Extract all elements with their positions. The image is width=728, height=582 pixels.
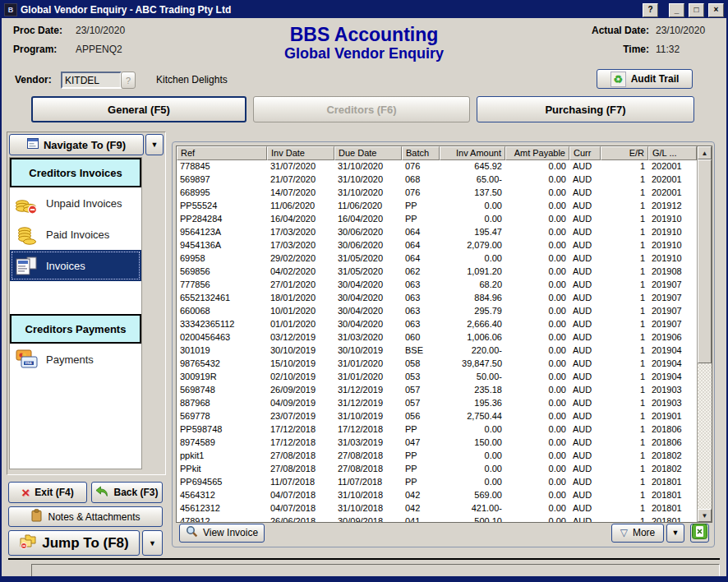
sidebar-item-invoices[interactable]: Invoices — [10, 250, 141, 281]
sidebar-item-payments[interactable]: VISA Payments — [10, 344, 141, 375]
table-row[interactable]: 300919R02/10/201931/01/202005350.00-0.00… — [177, 371, 697, 384]
table-row[interactable]: 3334236511201/01/202030/04/20200632,666.… — [177, 318, 697, 331]
table-row[interactable]: 655213246118/01/202030/04/2020063884.960… — [177, 292, 697, 305]
column-header[interactable]: Amt Payable — [505, 146, 569, 160]
table-row[interactable]: 66899514/07/202031/10/2020076137.500.00A… — [177, 187, 697, 200]
table-cell: AUD — [569, 502, 601, 515]
jump-to-button[interactable]: Jump To (F8) — [8, 530, 140, 556]
table-cell: 0.00 — [505, 187, 569, 200]
table-row[interactable]: 9876543215/10/201931/01/202005839,847.50… — [177, 358, 697, 371]
scrollbar-thumb[interactable] — [698, 159, 712, 363]
navigate-to-button[interactable]: Navigate To (F9) — [9, 134, 144, 155]
navigate-to-dropdown-arrow[interactable]: ▼ — [145, 134, 164, 155]
navigate-to-label: Navigate To (F9) — [44, 139, 126, 151]
table-cell: 660068 — [177, 305, 267, 318]
table-cell: 0.00 — [505, 489, 569, 502]
column-header[interactable]: G/L ... — [648, 146, 697, 160]
table-row[interactable]: 569874826/09/201931/12/2019057235.180.00… — [177, 384, 697, 397]
table-cell: 10/01/2020 — [267, 305, 334, 318]
column-header[interactable]: Inv Date — [267, 146, 334, 160]
table-cell: AUD — [569, 463, 601, 476]
sidebar-item-unpaid-invoices[interactable]: Unpaid Invoices — [10, 187, 141, 219]
table-row[interactable]: 6995829/02/202031/05/20200640.000.00AUD1… — [177, 252, 697, 266]
table-row[interactable]: 56985604/02/202031/05/20200621,091.200.0… — [177, 266, 697, 279]
table-cell: 1 — [601, 476, 648, 489]
table-cell: 1 — [601, 450, 648, 463]
maximize-button[interactable]: □ — [689, 3, 704, 17]
help-button[interactable]: ? — [643, 3, 658, 17]
table-row[interactable]: 56989721/07/202031/10/202006865.00-0.00A… — [177, 173, 697, 187]
export-excel-button[interactable] — [690, 524, 709, 543]
table-row[interactable]: 77884531/07/202031/10/2020076645.920.00A… — [177, 160, 697, 173]
invoice-grid-panel: RefInv DateDue DateBatchInv AmountAmt Pa… — [172, 141, 715, 547]
table-row[interactable]: PPkit27/08/201827/08/2018PP0.000.00AUD12… — [177, 463, 697, 476]
table-cell: 060 — [402, 331, 440, 344]
column-header[interactable]: E/R — [601, 146, 648, 160]
table-row[interactable]: 47891226/06/201830/09/2018041500.100.00A… — [177, 515, 697, 522]
minimize-button[interactable]: _ — [669, 3, 684, 17]
table-cell: 31/10/2019 — [334, 410, 402, 423]
table-row[interactable]: 456431204/07/201831/10/2018042569.000.00… — [177, 489, 697, 502]
table-row[interactable]: 77785627/01/202030/04/202006368.200.00AU… — [177, 279, 697, 292]
table-cell: 1 — [601, 173, 648, 187]
table-cell: AUD — [569, 423, 601, 436]
audit-trail-button[interactable]: ♻ Audit Trail — [597, 69, 693, 89]
table-cell: 0.00 — [440, 450, 505, 463]
table-row[interactable]: PP5552411/06/202011/06/2020PP0.000.00AUD… — [177, 200, 697, 213]
vendor-lookup-button[interactable]: ? — [121, 72, 136, 89]
table-row[interactable]: 4561231204/07/201831/10/2018042421.00-0.… — [177, 502, 697, 515]
vertical-scrollbar[interactable]: ▲ ▼ — [697, 146, 712, 522]
close-button[interactable]: × — [708, 3, 724, 17]
more-dropdown-arrow[interactable]: ▼ — [666, 524, 684, 543]
table-row[interactable]: 9454136A17/03/202030/06/20200642,079.000… — [177, 239, 697, 252]
triangle-down-icon: ▽ — [620, 528, 628, 538]
table-row[interactable]: 020045646303/12/201931/03/20200601,006.0… — [177, 331, 697, 344]
more-button[interactable]: ▽ More — [611, 524, 664, 543]
table-cell: 0.00 — [505, 318, 569, 331]
proc-date-value: 23/10/2020 — [76, 25, 125, 36]
column-header[interactable]: Ref — [177, 146, 267, 160]
scroll-up-button[interactable]: ▲ — [698, 146, 712, 159]
table-cell: 18/01/2020 — [267, 292, 334, 305]
tab-general[interactable]: General (F5) — [31, 96, 247, 122]
table-cell: 14/07/2020 — [267, 187, 334, 200]
notes-attachments-button[interactable]: Notes & Attachments — [8, 506, 163, 527]
table-cell: 0.00 — [505, 173, 569, 187]
column-header[interactable]: Due Date — [334, 146, 402, 160]
column-header[interactable]: Curr — [569, 146, 601, 160]
vendor-code-input[interactable] — [61, 72, 122, 89]
table-row[interactable]: 30101930/10/201930/10/2019BSE220.00-0.00… — [177, 344, 697, 358]
time-label: Time: — [575, 44, 656, 55]
jump-to-dropdown-arrow[interactable]: ▼ — [142, 530, 163, 556]
table-cell: PP — [402, 463, 440, 476]
table-row[interactable]: ppkit127/08/201827/08/2018PP0.000.00AUD1… — [177, 450, 697, 463]
table-row[interactable]: 9564123A17/03/202030/06/2020064195.470.0… — [177, 226, 697, 239]
table-cell: 0200456463 — [177, 331, 267, 344]
table-row[interactable]: PP69456511/07/201811/07/2018PP0.000.00AU… — [177, 476, 697, 489]
table-row[interactable]: PP28428416/04/202016/04/2020PP0.000.00AU… — [177, 213, 697, 226]
table-row[interactable]: PP59874817/12/201817/12/2018PP0.000.00AU… — [177, 423, 697, 436]
column-header[interactable]: Inv Amount — [440, 146, 505, 160]
view-invoice-button[interactable]: View Invoice — [179, 524, 265, 543]
back-button[interactable]: Back (F3) — [91, 482, 163, 503]
exit-button[interactable]: × Exit (F4) — [8, 482, 87, 503]
scrollbar-track[interactable] — [698, 159, 712, 509]
status-message-area — [31, 564, 720, 578]
table-row[interactable]: 66006810/01/202030/04/2020063295.790.00A… — [177, 305, 697, 318]
table-cell: ppkit1 — [177, 450, 267, 463]
table-cell: AUD — [569, 226, 601, 239]
table-cell: 201801 — [648, 515, 697, 522]
program-label: Program: — [13, 44, 76, 55]
table-cell: AUD — [569, 160, 601, 173]
table-row[interactable]: 88796804/09/201931/12/2019057195.360.00A… — [177, 397, 697, 410]
form-icon — [27, 138, 39, 151]
tab-purchasing[interactable]: Purchasing (F7) — [477, 96, 694, 122]
table-cell: 201904 — [648, 358, 697, 371]
table-cell: 201903 — [648, 384, 697, 397]
table-cell: 645.92 — [440, 160, 505, 173]
scroll-down-button[interactable]: ▼ — [698, 509, 712, 522]
sidebar-item-paid-invoices[interactable]: Paid Invoices — [10, 219, 141, 250]
table-row[interactable]: 897458917/12/201831/03/2019047150.000.00… — [177, 436, 697, 450]
column-header[interactable]: Batch — [402, 146, 440, 160]
table-row[interactable]: 56977823/07/201931/10/20190562,750.440.0… — [177, 410, 697, 423]
